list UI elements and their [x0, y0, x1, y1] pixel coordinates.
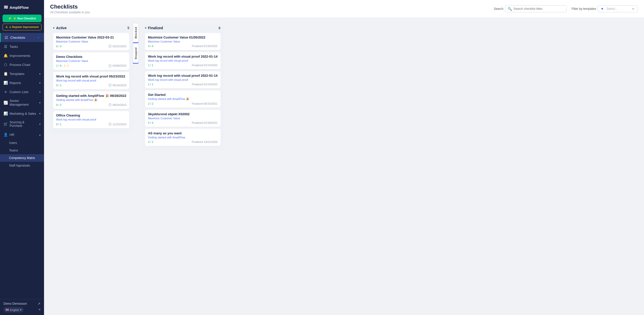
sidebar-collapse-button[interactable]: «	[38, 307, 41, 311]
sidebar-item-staff-appraisals[interactable]: Staff Appraisals	[0, 162, 44, 169]
sidebar-item-label: Marketing & Sales	[10, 112, 36, 115]
sidebar-item-senior-management[interactable]: 📈 Senior Management ▾	[0, 96, 44, 109]
run-checklist-button[interactable]: ⚡ ⚡ Run Checklist	[3, 15, 42, 22]
clock-icon: 🕐	[108, 45, 112, 48]
sidebar-item-tasks[interactable]: ☰ Tasks	[0, 42, 44, 51]
finalized-column-count: 6	[219, 26, 221, 30]
card-title: Getting started with AmpliFlow 🎉 09/28/2…	[56, 94, 126, 98]
sidebar-item-hr[interactable]: 👤 HR ▴	[0, 130, 44, 139]
content-area: ▾ Active 5 Maximize Customer Value 2022-…	[44, 18, 644, 315]
active-column-title: Active	[56, 26, 67, 30]
sidebar-item-marketing-sales[interactable]: 📊 Marketing & Sales ▾	[0, 109, 44, 118]
sidebar-item-templates[interactable]: 📋 Templates ▾	[0, 69, 44, 78]
checklist-card[interactable]: Get Started Getting started with AmpliFl…	[145, 90, 220, 108]
page-title: Checklists	[50, 4, 90, 10]
chevron-down-icon: ▾	[39, 82, 41, 84]
card-footer: 4 / 4 Finalized 01/18/2021	[148, 121, 217, 124]
checklist-card[interactable]: Work log record with visual proof 2022-0…	[145, 52, 220, 69]
sidebar-item-users[interactable]: Users	[0, 139, 44, 147]
senior-mgmt-icon: 📈	[4, 101, 8, 105]
card-template: Getting started with AmpliFlow	[148, 136, 217, 139]
checklist-card[interactable]: Work log record with visual proof 2022-0…	[145, 71, 220, 88]
card-footer: 1 / 1 Finalized 01/14/2022	[148, 83, 217, 86]
warning-icon: ⚠	[63, 64, 66, 67]
checklist-card[interactable]: Work log record with visual proof 05/23/…	[53, 72, 129, 89]
finalized-collapse-icon[interactable]: ▾	[145, 26, 146, 30]
teams-label: Teams	[9, 149, 18, 152]
finalized-column: ▾ Finalized 6 Maximize Customer Value 01…	[142, 23, 223, 151]
card-progress: 2 / 2	[148, 102, 153, 105]
card-warning: ⚠ 2	[63, 64, 68, 67]
page-title-area: Checklists All Checklists available to y…	[50, 4, 90, 14]
checklist-card[interactable]: Getting started with AmpliFlow 🎉 09/28/2…	[53, 91, 129, 109]
card-template: Maximize Customer Value	[56, 59, 126, 62]
search-icon: 🔍	[508, 7, 512, 11]
checklist-card[interactable]: Maximize Customer Value 01/26/2022 Maxim…	[145, 33, 220, 50]
checklist-card[interactable]: Maximize Customer Value 2022-03-21 Maxim…	[53, 33, 129, 50]
blocked-tab[interactable]: Blocked	[133, 23, 139, 43]
marketing-icon: 📊	[4, 111, 8, 115]
active-collapse-icon[interactable]: ▾	[53, 26, 55, 30]
sidebar-footer: Demo Demosson ↗ 🇬🇧 English ▾ «	[0, 299, 44, 315]
checklist-card[interactable]: Office Cleaning Work log record with vis…	[53, 111, 129, 128]
card-template: Maximize Customer Value	[148, 40, 217, 43]
active-column: ▾ Active 5 Maximize Customer Value 2022-…	[50, 23, 132, 133]
checklist-columns: ▾ Active 5 Maximize Customer Value 2022-…	[50, 23, 638, 310]
active-column-count: 5	[127, 26, 129, 30]
sidebar-item-competency-matrix[interactable]: Competency Matrix	[0, 154, 44, 162]
sidebar-item-sourcing-purchase[interactable]: 🛒 Sourcing & Purchase ▾	[0, 118, 44, 130]
card-footer: 0 / 4 🕐 03/22/2023	[56, 45, 126, 48]
clock-icon: 🕐	[108, 103, 112, 106]
logout-button[interactable]: ↗	[37, 302, 41, 306]
finalized-date: Finalized 01/14/2022	[192, 83, 218, 86]
register-improvement-button[interactable]: ⚠ ⚠ Register Improvement	[3, 24, 42, 30]
checklists-icon: ☑	[4, 35, 8, 40]
sidebar-item-improvements[interactable]: 🔔 Improvements	[0, 51, 44, 60]
warning-icon: ⚠	[5, 25, 8, 29]
card-title: Skyddsrond objekt X02002	[148, 112, 217, 116]
register-improvement-label: ⚠ Register Improvement	[9, 26, 38, 28]
reports-icon: 📊	[4, 81, 8, 85]
chevron-down-icon: ▾	[20, 308, 22, 311]
card-template: Work log record with visual proof	[56, 79, 126, 82]
chevron-down-icon: ▾	[39, 72, 41, 75]
checklist-card[interactable]: Demo Checklists Maximize Customer Value …	[53, 52, 129, 70]
filter-select[interactable]: Select...	[606, 7, 635, 11]
users-label: Users	[9, 141, 17, 145]
card-date: 🕐 04/08/2023	[108, 64, 126, 67]
card-progress: 1 / 1	[148, 64, 153, 67]
sidebar-item-checklists[interactable]: ☑ Checklists ✓	[0, 33, 44, 42]
run-checklist-icon: ⚡	[8, 17, 12, 20]
chevron-down-icon: ▾	[39, 101, 41, 104]
sidebar-item-teams[interactable]: Teams	[0, 147, 44, 154]
card-template: Work log record with visual proof	[148, 59, 217, 62]
checklist-card[interactable]: Skyddsrond objekt X02002 Maximize Custom…	[145, 110, 220, 127]
card-progress: 2 / 2	[148, 140, 153, 143]
templates-icon: 📋	[4, 72, 8, 76]
search-input[interactable]	[513, 7, 564, 11]
main-content: Checklists All Checklists available to y…	[44, 0, 644, 315]
card-date: 🕐 03/22/2023	[108, 45, 126, 48]
sidebar-item-reports[interactable]: 📊 Reports ▾	[0, 78, 44, 87]
chevron-up-icon: ▴	[39, 133, 41, 136]
sidebar-item-label: Reports	[10, 81, 21, 85]
sourcing-icon: 🛒	[4, 122, 8, 126]
finalized-date: Finalized 01/18/2021	[192, 121, 218, 124]
filter-label: Filter by templates	[572, 7, 596, 11]
user-info: Demo Demosson ↗	[4, 302, 41, 306]
finalized-column-title: Finalized	[148, 26, 163, 30]
chevron-down-icon: ▾	[39, 123, 41, 126]
sidebar-item-process-chart[interactable]: ⬡ Process Chart	[0, 60, 44, 69]
sidebar-item-label: HR	[10, 133, 14, 137]
card-title: AS many as you want	[148, 131, 217, 135]
card-footer: 4 / 4 Finalized 01/26/2022	[148, 45, 217, 48]
checklist-card[interactable]: AS many as you want Getting started with…	[145, 129, 220, 146]
stopped-tab[interactable]: Stopped	[133, 44, 139, 64]
header-controls: Search 🔍 Filter by templates ▼ Select...	[494, 5, 638, 12]
card-progress: 4 / 4	[148, 45, 153, 48]
card-footer: 1 / 1 Finalized 01/14/2022	[148, 64, 217, 67]
page-header: Checklists All Checklists available to y…	[44, 0, 644, 18]
active-column-header: ▾ Active 5	[53, 26, 129, 30]
language-button[interactable]: 🇬🇧 English ▾	[4, 307, 24, 312]
sidebar-item-custom-lists[interactable]: ≡ Custom Lists ▾	[0, 87, 44, 96]
